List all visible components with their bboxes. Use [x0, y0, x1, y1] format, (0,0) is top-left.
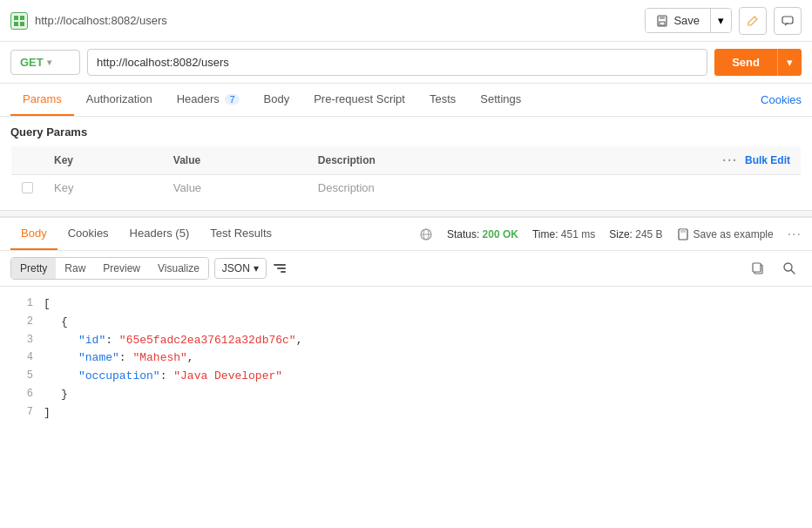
json-content: "occupation": "Java Developer" — [44, 368, 282, 386]
svg-rect-12 — [680, 229, 686, 233]
query-params-section: Query Params Key Value Description ··· B… — [0, 117, 812, 210]
app-icon — [10, 12, 28, 30]
cookies-link[interactable]: Cookies — [761, 93, 802, 106]
tab-pre-request-script[interactable]: Pre-request Script — [301, 84, 417, 116]
edit-icon-button[interactable] — [739, 7, 767, 35]
params-table: Key Value Description ··· Bulk Edit Key … — [10, 146, 802, 201]
json-content: "id": "65e5fadc2ea37612a32db76c", — [44, 332, 302, 350]
save-button-group: Save ▾ — [645, 8, 732, 33]
copy-icon — [751, 261, 765, 275]
response-tabs: Body Cookies Headers (5) Test Results St… — [0, 218, 812, 251]
format-visualize-button[interactable]: Visualize — [149, 258, 208, 279]
body-toolbar: Pretty Raw Preview Visualize JSON ▾ — [0, 251, 812, 287]
tab-tests[interactable]: Tests — [417, 84, 468, 116]
response-tab-headers[interactable]: Headers (5) — [119, 218, 200, 250]
svg-rect-3 — [20, 22, 24, 26]
json-format-select[interactable]: JSON ▾ — [214, 258, 267, 279]
checkbox-col-header — [11, 146, 44, 175]
json-line-5: 5 "occupation": "Java Developer" — [0, 368, 812, 386]
json-line-3: 3 "id": "65e5fadc2ea37612a32db76c", — [0, 332, 812, 350]
description-col-header: Description — [308, 146, 538, 175]
copy-button[interactable] — [746, 256, 770, 281]
response-tab-body[interactable]: Body — [10, 218, 58, 250]
status-label: Status: 200 OK — [447, 228, 518, 240]
key-col-header: Key — [44, 146, 163, 175]
line-number: 6 — [7, 386, 33, 404]
top-bar-url: http://localhost:8082/users — [35, 14, 333, 27]
svg-line-16 — [791, 270, 795, 274]
svg-rect-5 — [660, 16, 665, 19]
send-button-group: Send ▾ — [714, 49, 802, 76]
json-viewer: 1 [ 2 { 3 "id": "65e5fadc2ea37612a32db76… — [0, 287, 812, 431]
save-example-icon — [677, 228, 689, 240]
more-options-button[interactable]: ··· — [788, 227, 802, 242]
value-cell[interactable]: Value — [163, 175, 308, 201]
json-content: } — [44, 386, 68, 404]
json-content: [ — [44, 295, 51, 314]
comment-icon-button[interactable] — [774, 7, 802, 35]
more-icon[interactable]: ··· — [722, 153, 738, 167]
send-button[interactable]: Send — [714, 49, 777, 76]
json-line-7: 7 ] — [0, 404, 812, 423]
line-number: 2 — [7, 314, 33, 332]
format-pretty-button[interactable]: Pretty — [11, 258, 56, 279]
svg-rect-7 — [782, 17, 793, 24]
response-tab-cookies[interactable]: Cookies — [58, 218, 119, 250]
json-format-label: JSON — [222, 262, 250, 274]
toolbar-right — [746, 256, 802, 281]
top-bar: http://localhost:8082/users Save ▾ — [0, 0, 812, 42]
table-row: Key Value Description — [11, 175, 802, 201]
headers-badge: 7 — [225, 94, 239, 105]
search-icon — [782, 261, 796, 275]
bulk-edit-label[interactable]: Bulk Edit — [745, 154, 790, 166]
format-raw-button[interactable]: Raw — [56, 258, 94, 279]
pencil-icon — [747, 15, 759, 27]
json-line-6: 6 } — [0, 386, 812, 404]
format-button-group: Pretty Raw Preview Visualize — [10, 257, 209, 280]
send-dropdown[interactable]: ▾ — [777, 49, 802, 76]
tab-body[interactable]: Body — [252, 84, 302, 116]
save-dropdown-arrow[interactable]: ▾ — [710, 9, 731, 32]
svg-rect-2 — [14, 22, 18, 26]
line-number: 5 — [7, 368, 33, 386]
tab-headers[interactable]: Headers 7 — [165, 84, 252, 116]
svg-rect-0 — [14, 16, 18, 20]
row-checkbox[interactable] — [22, 182, 33, 193]
response-meta: Status: 200 OK Time: 451 ms Size: 245 B … — [419, 227, 802, 242]
format-preview-button[interactable]: Preview — [94, 258, 149, 279]
json-line-2: 2 { — [0, 314, 812, 332]
save-example-label: Save as example — [694, 228, 774, 240]
line-number: 1 — [7, 295, 33, 314]
tab-params[interactable]: Params — [10, 84, 74, 116]
response-tab-test-results[interactable]: Test Results — [200, 218, 282, 250]
svg-rect-1 — [20, 16, 24, 20]
save-label: Save — [673, 14, 700, 27]
method-dropdown-arrow: ▾ — [47, 58, 51, 67]
svg-rect-6 — [660, 22, 665, 25]
filter-icon-button[interactable] — [272, 261, 286, 275]
json-line-1: 1 [ — [0, 295, 812, 314]
json-dropdown-arrow: ▾ — [254, 262, 259, 274]
section-divider — [0, 210, 812, 217]
line-number: 3 — [7, 332, 33, 350]
description-cell[interactable]: Description — [308, 175, 538, 201]
key-cell[interactable]: Key — [44, 175, 163, 201]
bulk-edit-col-header: ··· Bulk Edit — [538, 146, 801, 175]
save-icon — [656, 15, 668, 27]
method-label: GET — [20, 56, 44, 69]
line-number: 4 — [7, 349, 33, 368]
size-label: Size: 245 B — [609, 228, 662, 240]
method-select[interactable]: GET ▾ — [10, 50, 80, 75]
svg-rect-14 — [753, 263, 761, 272]
tab-settings[interactable]: Settings — [468, 84, 533, 116]
comment-icon — [782, 15, 794, 27]
tab-authorization[interactable]: Authorization — [74, 84, 165, 116]
url-input[interactable] — [87, 49, 707, 76]
save-example-button[interactable]: Save as example — [677, 228, 774, 240]
search-button[interactable] — [777, 256, 802, 281]
url-bar: GET ▾ Send ▾ — [0, 42, 812, 84]
save-button[interactable]: Save — [646, 9, 710, 32]
json-content: { — [44, 314, 68, 332]
status-value: 200 OK — [483, 228, 518, 240]
globe-icon — [419, 227, 433, 241]
